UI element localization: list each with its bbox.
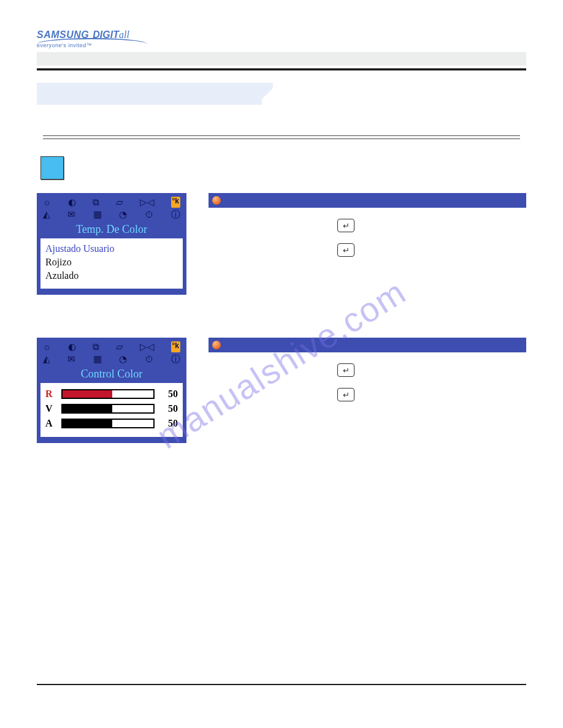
display-icon: ▦ xyxy=(93,209,102,221)
color-bar-r xyxy=(61,389,155,399)
contrast-icon: ◐ xyxy=(68,341,76,352)
brightness-icon: ☼ xyxy=(43,197,52,208)
instruction-text-1: ↵ ↵ xyxy=(209,193,526,295)
contrast-icon: ◐ xyxy=(68,197,76,208)
logo-text-digit: DIGIT xyxy=(93,29,119,40)
osd-body: Ajustado Usuario Rojizo Azulado xyxy=(40,238,183,289)
logo-text-all: all xyxy=(119,29,129,40)
logo-tagline: everyone's invited™ xyxy=(37,42,147,48)
position-icon: ▱ xyxy=(116,341,123,352)
source-icon: ▷◁ xyxy=(140,341,155,352)
section-marker-square xyxy=(40,156,64,180)
info-icon: ⓘ xyxy=(171,209,180,221)
position-icon: ▱ xyxy=(116,197,123,208)
size-icon: ⧉ xyxy=(93,341,99,352)
geometry-icon: ◭ xyxy=(43,354,50,365)
footer-rule xyxy=(37,684,526,685)
pip-icon: ◔ xyxy=(119,354,127,365)
info-icon: ⓘ xyxy=(171,354,180,365)
color-row-a: A 50 xyxy=(45,416,178,431)
instruction-row-2: ☼ ◐ ⧉ ▱ ▷◁ °k ◭ ✉ ▦ ◔ ⏲ ⓘ Control Color … xyxy=(37,338,526,443)
color-value-r: 50 xyxy=(159,389,178,400)
header-tab-strip xyxy=(37,83,526,105)
display-icon: ▦ xyxy=(93,354,102,365)
language-icon: ✉ xyxy=(67,209,75,221)
color-bar-v xyxy=(61,404,155,414)
osd-body: R 50 V 50 A 50 xyxy=(40,383,183,437)
pip-icon: ◔ xyxy=(119,209,127,221)
color-label-v: V xyxy=(45,403,56,414)
bullet-dot-icon xyxy=(212,341,221,349)
source-icon: ▷◁ xyxy=(140,197,155,208)
osd-icon-row-bottom: ◭ ✉ ▦ ◔ ⏲ ⓘ xyxy=(40,209,183,222)
color-temp-icon: °k xyxy=(171,341,180,352)
header-grey-strip xyxy=(37,52,526,66)
osd-option-azulado: Azulado xyxy=(45,269,178,282)
brand-logo: SAMSUNG DIGITall everyone's invited™ xyxy=(37,29,147,48)
instruction-row-1: ☼ ◐ ⧉ ▱ ▷◁ °k ◭ ✉ ▦ ◔ ⏲ ⓘ Temp. De Color… xyxy=(37,193,526,295)
color-label-r: R xyxy=(45,389,56,400)
logo-text-brand: SAMSUNG xyxy=(37,29,89,40)
osd-option-user: Ajustado Usuario xyxy=(45,242,178,256)
color-value-v: 50 xyxy=(159,403,178,414)
enter-key-icon: ↵ xyxy=(337,243,354,257)
color-row-r: R 50 xyxy=(45,387,178,401)
color-bar-a xyxy=(61,419,155,428)
instruction-text-2: ↵ ↵ xyxy=(209,338,526,443)
enter-key-icon: ↵ xyxy=(337,219,354,232)
timer-icon: ⏲ xyxy=(145,209,154,221)
language-icon: ✉ xyxy=(67,354,75,365)
geometry-icon: ◭ xyxy=(43,209,50,221)
osd-option-rojizo: Rojizo xyxy=(45,256,178,269)
manual-page: SAMSUNG DIGITall everyone's invited™ ☼ ◐… xyxy=(0,0,563,728)
section-double-rule xyxy=(43,135,520,139)
header-black-rule xyxy=(37,68,526,70)
size-icon: ⧉ xyxy=(93,197,99,208)
color-row-v: V 50 xyxy=(45,401,178,416)
enter-key-icon: ↵ xyxy=(337,363,354,377)
enter-key-icon: ↵ xyxy=(337,388,354,401)
timer-icon: ⏲ xyxy=(145,354,154,365)
osd-panel-color-temp: ☼ ◐ ⧉ ▱ ▷◁ °k ◭ ✉ ▦ ◔ ⏲ ⓘ Temp. De Color… xyxy=(37,193,186,295)
osd-title: Temp. De Color xyxy=(40,222,183,238)
bullet-dot-icon xyxy=(212,196,221,205)
osd-icon-row-bottom: ◭ ✉ ▦ ◔ ⏲ ⓘ xyxy=(40,354,183,366)
osd-title: Control Color xyxy=(40,366,183,383)
osd-panel-color-control: ☼ ◐ ⧉ ▱ ▷◁ °k ◭ ✉ ▦ ◔ ⏲ ⓘ Control Color … xyxy=(37,338,186,443)
instruction-heading-bar xyxy=(209,338,526,352)
color-label-a: A xyxy=(45,418,56,429)
instruction-heading-bar xyxy=(209,193,526,208)
color-temp-icon: °k xyxy=(171,197,180,208)
osd-icon-row-top: ☼ ◐ ⧉ ▱ ▷◁ °k xyxy=(40,341,183,354)
brightness-icon: ☼ xyxy=(43,341,52,352)
color-value-a: 50 xyxy=(159,418,178,429)
osd-icon-row-top: ☼ ◐ ⧉ ▱ ▷◁ °k xyxy=(40,197,183,209)
